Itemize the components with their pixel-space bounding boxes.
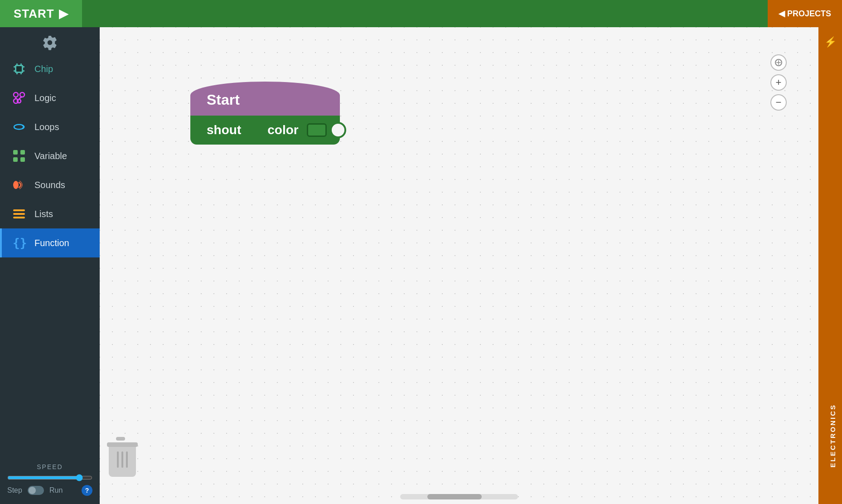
sidebar-item-sounds-label: Sounds: [34, 180, 65, 190]
svg-rect-2: [14, 70, 15, 72]
svg-rect-6: [20, 63, 22, 65]
logic-icon: [11, 90, 27, 106]
top-bar: START ▶ ◀ PROJECTS: [0, 0, 842, 27]
sidebar-bottom: SPEED Step Run ?: [0, 456, 100, 504]
trash-handle: [116, 437, 125, 441]
step-label: Step: [7, 486, 22, 494]
svg-rect-7: [16, 73, 18, 74]
step-run-row: Step Run ?: [7, 485, 92, 499]
svg-rect-5: [16, 63, 18, 65]
color-label: color: [267, 123, 298, 137]
electronics-tab[interactable]: ELECTRONICS: [823, 395, 842, 477]
sidebar-item-function[interactable]: {} Function: [0, 228, 100, 257]
canvas-area[interactable]: Start shout color +: [100, 27, 818, 504]
lists-icon: [11, 206, 27, 222]
sidebar-item-sounds[interactable]: Sounds: [0, 170, 100, 199]
start-arrow: ▶: [59, 7, 68, 21]
variable-icon: [11, 148, 27, 164]
start-block-label: Start: [207, 92, 240, 108]
svg-rect-4: [23, 70, 24, 72]
zoom-controls: + −: [770, 54, 787, 111]
projects-label: ◀ PROJECTS: [779, 9, 831, 19]
trash-line-3: [126, 451, 128, 468]
trash-lid: [107, 442, 138, 447]
sidebar-item-function-label: Function: [34, 238, 69, 248]
shout-block[interactable]: shout color: [190, 116, 340, 145]
svg-rect-22: [13, 213, 25, 215]
function-icon: {}: [11, 235, 27, 251]
svg-rect-9: [16, 66, 22, 72]
start-block[interactable]: Start shout color: [190, 82, 340, 145]
start-block-arch: Start: [190, 82, 340, 116]
svg-rect-23: [13, 217, 25, 218]
chip-icon: [11, 61, 27, 77]
trash-line-2: [121, 451, 123, 468]
zoom-out-button[interactable]: −: [770, 94, 787, 111]
trash-line-1: [117, 451, 119, 468]
svg-point-15: [17, 99, 21, 103]
sidebar-item-variable[interactable]: Variable: [0, 141, 100, 170]
svg-rect-1: [14, 66, 15, 68]
svg-rect-19: [20, 157, 25, 162]
svg-point-10: [14, 92, 18, 97]
speed-label: SPEED: [7, 463, 92, 470]
settings-button[interactable]: [0, 27, 100, 54]
start-button[interactable]: START ▶: [0, 0, 82, 27]
h-scrollbar-thumb[interactable]: [427, 494, 482, 499]
sidebar-item-chip[interactable]: Chip: [0, 54, 100, 83]
svg-rect-3: [23, 66, 24, 68]
main-layout: Chip Logic Loo: [0, 27, 842, 504]
sidebar-item-lists[interactable]: Lists: [0, 199, 100, 228]
loops-icon: [11, 119, 27, 135]
sidebar-item-lists-label: Lists: [34, 209, 53, 219]
svg-text:{}: {}: [13, 236, 27, 250]
shout-label: shout: [207, 123, 241, 137]
sidebar-item-logic-label: Logic: [34, 93, 56, 103]
sidebar-item-chip-label: Chip: [34, 64, 53, 74]
svg-point-11: [20, 92, 24, 97]
zoom-out-icon: −: [776, 97, 782, 107]
run-label: Run: [49, 486, 63, 494]
projects-button[interactable]: ◀ PROJECTS: [768, 0, 842, 27]
gear-icon: [42, 34, 58, 51]
svg-rect-18: [13, 157, 18, 162]
block-group[interactable]: Start shout color: [190, 82, 340, 145]
color-swatch[interactable]: [307, 123, 327, 137]
svg-point-20: [13, 181, 19, 189]
step-run-toggle[interactable]: [28, 486, 44, 495]
svg-rect-8: [20, 73, 22, 74]
sidebar: Chip Logic Loo: [0, 27, 100, 504]
sidebar-item-loops[interactable]: Loops: [0, 112, 100, 141]
start-label: START: [14, 7, 54, 21]
sidebar-item-variable-label: Variable: [34, 151, 67, 161]
speed-slider[interactable]: [7, 474, 92, 481]
help-button[interactable]: ?: [82, 485, 92, 496]
speed-slider-container: [7, 474, 92, 481]
trash-lines: [109, 445, 136, 468]
svg-rect-16: [13, 150, 18, 155]
electronics-label: ELECTRONICS: [829, 404, 837, 468]
sidebar-item-logic[interactable]: Logic: [0, 83, 100, 112]
zoom-in-icon: +: [776, 78, 782, 87]
trash-icon: [109, 445, 136, 477]
right-panel: ⚡ ELECTRONICS: [818, 27, 842, 504]
sidebar-item-loops-label: Loops: [34, 122, 59, 132]
zoom-in-button[interactable]: +: [770, 74, 787, 91]
zoom-target-button[interactable]: [770, 54, 787, 71]
trash-area[interactable]: [109, 442, 140, 477]
electronics-expand-icon[interactable]: ⚡: [824, 36, 837, 48]
svg-rect-17: [20, 150, 25, 155]
h-scrollbar[interactable]: [400, 494, 518, 499]
sounds-icon: [11, 177, 27, 193]
svg-rect-21: [13, 209, 25, 211]
